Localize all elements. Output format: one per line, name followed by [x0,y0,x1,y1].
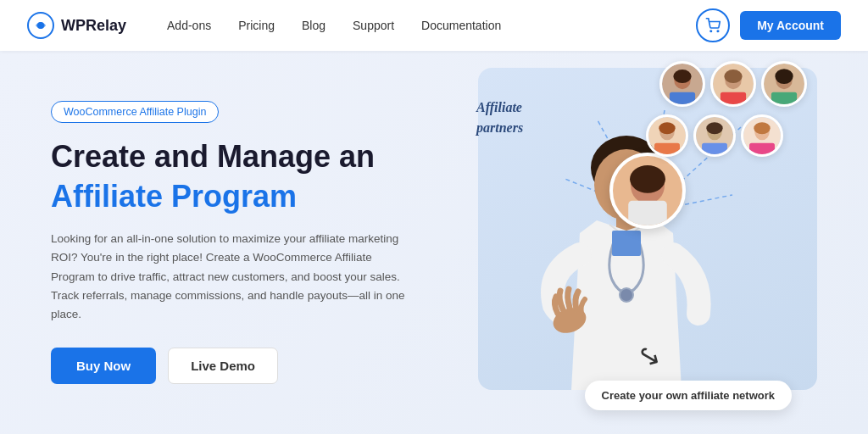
svg-rect-43 [749,143,775,154]
avatar-5 [693,114,736,157]
navigation: WPRelay Add-ons Pricing Blog Support Doc… [0,0,868,51]
avatar-1 [659,61,705,107]
nav-item-pricing[interactable]: Pricing [238,19,275,32]
hero-section: WooCommerce Affiliate Plugin Create and … [0,51,868,434]
hero-buttons: Buy Now Live Demo [51,348,417,384]
avatar-4 [646,114,688,157]
cart-button[interactable] [696,8,730,42]
live-demo-button[interactable]: Live Demo [168,348,278,384]
svg-rect-16 [612,231,641,256]
avatar-2 [710,61,756,107]
nav-right: My Account [696,8,841,42]
svg-point-26 [724,70,742,83]
svg-rect-19 [628,201,667,225]
nav-item-documentation[interactable]: Documentation [421,19,501,32]
avatar-group-top [659,61,807,107]
svg-point-38 [706,122,722,134]
nav-item-addons[interactable]: Add-ons [167,19,211,32]
avatar-3 [761,61,807,107]
affiliate-label: Affiliatepartners [476,97,523,138]
logo-text: WPRelay [61,17,126,35]
hero-content: WooCommerce Affiliate Plugin Create and … [51,101,451,385]
svg-rect-31 [771,92,797,104]
nav-item-support[interactable]: Support [353,19,394,32]
avatar-group-bottom [646,114,783,157]
svg-point-1 [37,22,44,29]
svg-point-18 [630,165,665,193]
svg-point-30 [775,69,793,84]
svg-point-2 [710,31,712,32]
svg-rect-27 [721,92,746,104]
svg-point-3 [717,31,719,32]
hero-heading-line1: Create and Manage an [51,138,417,175]
my-account-button[interactable]: My Account [740,11,841,40]
hero-heading-line2: Affiliate Program [51,178,417,214]
buy-now-button[interactable]: Buy Now [51,348,156,384]
svg-rect-23 [670,92,695,104]
svg-point-34 [659,122,675,134]
center-avatar [609,153,686,229]
nav-links: Add-ons Pricing Blog Support Documentati… [167,19,696,32]
nav-item-blog[interactable]: Blog [302,19,326,32]
svg-rect-35 [654,143,680,154]
svg-rect-39 [702,143,727,154]
svg-point-22 [673,70,691,83]
network-tooltip: Create your own affiliate network [585,381,792,410]
hero-description: Looking for an all-in-one solution to ma… [51,230,417,324]
hero-badge: WooCommerce Affiliate Plugin [51,101,219,123]
svg-point-15 [620,288,633,302]
hero-visual: Affiliatepartners [451,51,817,434]
svg-point-42 [754,122,770,134]
logo[interactable]: WPRelay [27,12,126,39]
avatar-6 [741,114,783,157]
